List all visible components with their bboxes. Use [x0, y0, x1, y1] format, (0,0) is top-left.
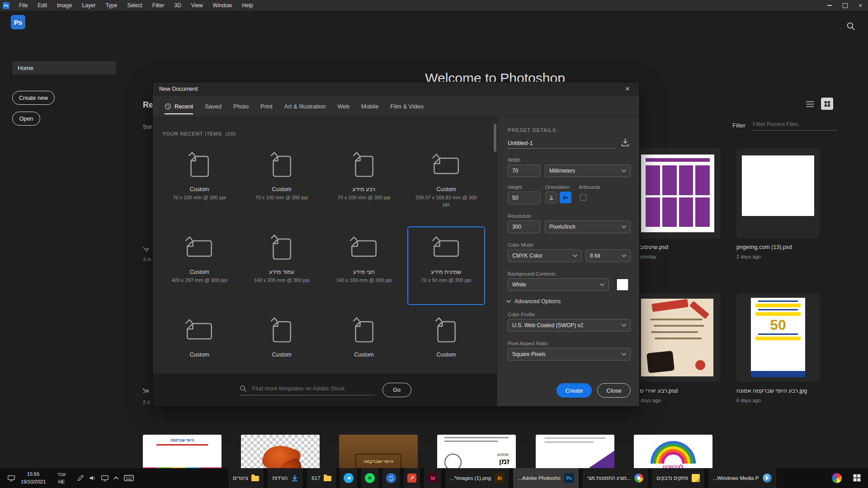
- create-button[interactable]: Create: [557, 383, 592, 398]
- document-icon: [270, 151, 293, 180]
- height-input[interactable]: [508, 192, 540, 204]
- scrollbar-thumb[interactable]: [494, 124, 496, 152]
- chevron-up-icon[interactable]: [113, 476, 119, 480]
- menu-file[interactable]: File: [14, 0, 33, 11]
- keyboard-icon[interactable]: [124, 475, 134, 481]
- artboards-checkbox[interactable]: [580, 194, 586, 201]
- menu-select[interactable]: Select: [122, 0, 147, 11]
- file-name[interactable]: שיטסובוא.psd: [635, 244, 721, 250]
- template-card-8-selected[interactable]: שמינית מידע 70 x 50 mm @ 300 ppi: [407, 226, 485, 305]
- tab-web[interactable]: Web: [338, 96, 350, 117]
- close-button[interactable]: Close: [597, 383, 631, 398]
- taskbar-button-export[interactable]: [404, 468, 420, 488]
- taskbar-button-617-folder[interactable]: 617: [307, 468, 336, 488]
- taskbar-button-illustrator[interactable]: ...*images (1).png Ai: [445, 468, 509, 488]
- go-button[interactable]: Go: [382, 383, 411, 397]
- minimize-icon[interactable]: [822, 0, 837, 11]
- resolution-unit-dropdown[interactable]: Pixels/Inch: [545, 221, 631, 233]
- taskbar-button-spotify[interactable]: [361, 468, 378, 488]
- menu-help[interactable]: Help: [237, 0, 258, 11]
- tab-mobile[interactable]: Mobile: [361, 96, 378, 117]
- color-profile-label: Color Profile: [508, 312, 535, 317]
- recent-file-card[interactable]: [635, 293, 721, 382]
- color-mode-dropdown[interactable]: CMYK Color: [508, 249, 582, 262]
- taskbar-button-photo-viewer[interactable]: מציג התמונות מצי...: [583, 468, 648, 488]
- pixel-aspect-ratio-dropdown[interactable]: Square Pixels: [508, 348, 631, 361]
- search-icon[interactable]: [846, 22, 855, 31]
- menu-bar: Ps File Edit Image Layer Type Select Fil…: [0, 0, 868, 11]
- menu-window[interactable]: Window: [208, 0, 237, 11]
- taskbar-button-media-player[interactable]: ...Windows Media P: [708, 468, 776, 488]
- template-card-3[interactable]: רבע מידע 70 x 100 mm @ 300 ppi: [325, 144, 403, 222]
- menu-layer[interactable]: Layer: [77, 0, 100, 11]
- template-card-5[interactable]: Custom 420 x 297 mm @ 300 ppi: [160, 226, 238, 305]
- language-indicator[interactable]: עבר HE: [57, 470, 66, 486]
- create-new-button[interactable]: Create new: [12, 91, 55, 105]
- paint-app-icon[interactable]: [832, 473, 842, 483]
- background-color-swatch[interactable]: [616, 278, 629, 291]
- document-name-input[interactable]: [508, 137, 615, 149]
- taskbar-button-telegram[interactable]: [340, 468, 357, 488]
- menu-view[interactable]: View: [186, 0, 208, 11]
- template-card-7[interactable]: חצי מידע 140 x 100 mm @ 300 ppi: [325, 226, 403, 305]
- taskbar-button-downloads[interactable]: הורדות: [268, 468, 303, 488]
- width-input[interactable]: [508, 164, 540, 177]
- tab-film-video[interactable]: Film & Video: [390, 96, 423, 117]
- resolution-label: Resolution: [508, 213, 531, 219]
- template-card-6[interactable]: עמוד מידע 140 x 205 mm @ 300 ppi: [243, 226, 321, 305]
- taskbar-button-indesign[interactable]: Id: [424, 468, 441, 488]
- template-card-4[interactable]: Custom 299.97 x 168.83 mm @ 300 ppi: [407, 144, 485, 222]
- sidebar-item-home[interactable]: Home: [12, 61, 116, 75]
- portrait-orientation-icon[interactable]: [545, 192, 557, 203]
- start-button[interactable]: [853, 474, 861, 482]
- tab-art-illustration[interactable]: Art & Illustration: [284, 96, 326, 117]
- tab-print[interactable]: Print: [260, 96, 273, 117]
- download-icon: [291, 474, 298, 482]
- tab-saved[interactable]: Saved: [205, 96, 222, 117]
- tab-recent[interactable]: Recent: [165, 96, 193, 117]
- save-preset-icon[interactable]: [620, 137, 630, 147]
- file-name[interactable]: רבע יאירי סטי.psd: [635, 388, 721, 394]
- taskbar-button-sticky-notes[interactable]: פתקים נדבקים: [652, 468, 704, 488]
- speaker-icon[interactable]: [89, 474, 96, 482]
- file-name[interactable]: pngwing.com (13).psd: [736, 244, 820, 250]
- recent-file-card[interactable]: [635, 148, 721, 239]
- tab-photo[interactable]: Photo: [233, 96, 249, 117]
- menu-image[interactable]: Image: [52, 0, 77, 11]
- scrollbar[interactable]: [494, 121, 496, 370]
- grid-view-icon[interactable]: [821, 98, 833, 110]
- taskbar-button-photoshop[interactable]: ...Adobe Photosho Ps: [513, 468, 579, 488]
- maximize-icon[interactable]: [837, 0, 853, 11]
- template-card-1[interactable]: Custom 70 x 100 mm @ 300 ppi: [160, 144, 238, 222]
- menu-filter[interactable]: Filter: [147, 0, 170, 11]
- width-unit-dropdown[interactable]: Millimeters: [545, 164, 631, 177]
- menu-type[interactable]: Type: [100, 0, 122, 11]
- advanced-options-toggle[interactable]: Advanced Options: [506, 298, 561, 305]
- bit-depth-dropdown[interactable]: 8 bit: [585, 249, 631, 262]
- photoshop-app-icon: Ps: [3, 2, 9, 9]
- close-icon[interactable]: ×: [853, 0, 868, 11]
- template-card-2[interactable]: Custom 70 x 100 mm @ 300 ppi: [243, 144, 321, 222]
- pen-icon[interactable]: [77, 474, 84, 482]
- menu-3d[interactable]: 3D: [169, 0, 186, 11]
- open-button[interactable]: Open: [12, 112, 40, 126]
- taskbar-button-sync[interactable]: [382, 468, 400, 488]
- close-icon[interactable]: ×: [622, 84, 633, 94]
- filter-recent-files-input[interactable]: [752, 118, 838, 131]
- list-view-icon[interactable]: [806, 101, 815, 108]
- recent-file-card[interactable]: [736, 148, 820, 239]
- action-center-icon[interactable]: [7, 474, 15, 482]
- taskbar-button-pipes-folder[interactable]: צינורים: [228, 468, 264, 488]
- landscape-orientation-icon[interactable]: [560, 192, 571, 203]
- file-name[interactable]: רבע היופי שברקמה אמונה.jpg: [736, 388, 820, 394]
- file-name[interactable]: 'יני: [143, 246, 149, 253]
- taskbar-clock[interactable]: 15:55 19/10/2021: [21, 470, 46, 485]
- color-profile-dropdown[interactable]: U.S. Web Coated (SWOP) v2: [508, 319, 631, 332]
- menu-edit[interactable]: Edit: [33, 0, 52, 11]
- background-contents-dropdown[interactable]: White: [508, 278, 609, 291]
- display-icon[interactable]: [101, 474, 109, 482]
- stock-search-input[interactable]: [251, 385, 375, 392]
- resolution-input[interactable]: [508, 221, 540, 233]
- file-name[interactable]: אל: [143, 388, 149, 394]
- recent-file-card[interactable]: 50: [736, 293, 820, 382]
